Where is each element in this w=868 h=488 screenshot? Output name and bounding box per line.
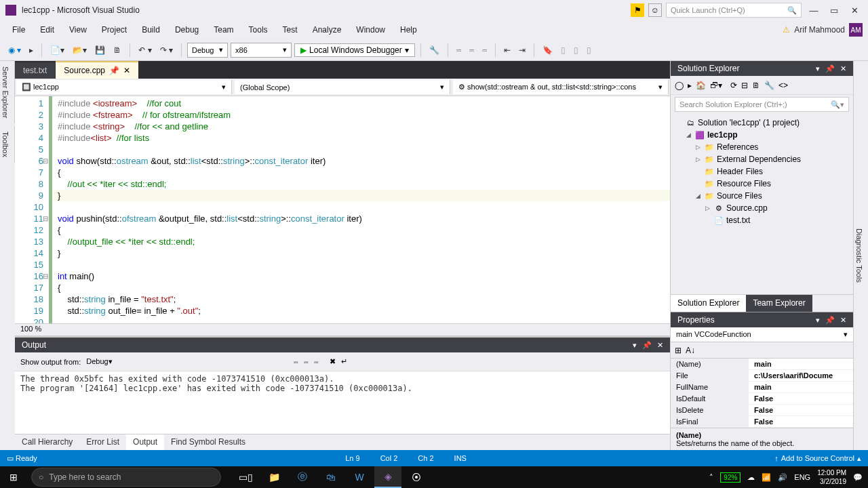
nav-back-button[interactable]: ◉ ▾ bbox=[5, 44, 24, 56]
menu-team[interactable]: Team bbox=[207, 22, 240, 37]
toolbar-icon-7[interactable]: ▯ bbox=[584, 44, 594, 56]
add-source-control-button[interactable]: ↑ Add to Source Control ▴ bbox=[774, 454, 861, 463]
nav-scope-project[interactable]: 🔲 lec1cpp▾ bbox=[16, 80, 232, 94]
se-showall-icon[interactable]: 🗎 bbox=[752, 81, 760, 90]
tray-chevron-icon[interactable]: ˄ bbox=[709, 473, 713, 482]
props-object-selector[interactable]: main VCCodeFunction▾ bbox=[671, 327, 853, 342]
quick-launch-input[interactable]: Quick Launch (Ctrl+Q) 🔍 bbox=[666, 3, 802, 18]
nav-scope-function[interactable]: ⚙ show(std::ostream & out, std::list<std… bbox=[453, 80, 669, 94]
tree-item[interactable]: 🗂Solution 'lec1cpp' (1 project) bbox=[675, 117, 849, 129]
se-props-icon[interactable]: 🔧 bbox=[764, 81, 774, 90]
notifications-flag-icon[interactable]: ⚑ bbox=[631, 3, 644, 17]
wifi-icon[interactable]: 📶 bbox=[762, 473, 771, 482]
property-row[interactable]: (Name)main bbox=[671, 359, 853, 370]
close-button[interactable]: ✕ bbox=[846, 3, 863, 17]
system-tray[interactable]: ˄ 92% ☁ 📶 🔊 ENG 12:00 PM 3/2/2019 💬 bbox=[704, 468, 868, 486]
se-back-icon[interactable]: ◯ bbox=[675, 81, 684, 90]
property-row[interactable]: Filec:\Users\aarif\Docume bbox=[671, 370, 853, 382]
menu-tools[interactable]: Tools bbox=[242, 22, 275, 37]
property-row[interactable]: IsDeleteFalse bbox=[671, 405, 853, 416]
close-icon[interactable]: ✕ bbox=[123, 66, 130, 75]
props-close-icon[interactable]: ✕ bbox=[840, 316, 846, 325]
edge-icon[interactable]: ⓔ bbox=[289, 466, 316, 488]
se-collapse-icon[interactable]: ⊟ bbox=[741, 81, 748, 90]
taskbar-search-input[interactable]: ○ Type here to search bbox=[31, 468, 221, 487]
toolbox-tab[interactable]: Toolbox bbox=[0, 126, 15, 163]
bottom-tab-error-list[interactable]: Error List bbox=[79, 434, 126, 450]
right-tab-team-explorer[interactable]: Team Explorer bbox=[746, 295, 812, 312]
vs-taskbar-icon[interactable]: ◈ bbox=[374, 466, 401, 488]
pin-icon[interactable]: 📌 bbox=[109, 66, 119, 75]
tree-item[interactable]: ▷📁External Dependencies bbox=[675, 153, 849, 165]
save-button[interactable]: 💾 bbox=[92, 44, 108, 56]
onedrive-icon[interactable]: ☁ bbox=[747, 473, 755, 482]
battery-icon[interactable]: 92% bbox=[720, 472, 741, 483]
config-dropdown[interactable]: Debug▾ bbox=[187, 43, 228, 58]
bookmark-button[interactable]: 🔖 bbox=[540, 44, 555, 56]
volume-icon[interactable]: 🔊 bbox=[778, 473, 787, 482]
toolbar-icon-6[interactable]: ▯ bbox=[571, 44, 581, 56]
code-editor[interactable]: 123456789101112131415161718192021 #inclu… bbox=[15, 96, 670, 323]
tree-item[interactable]: ◢🟪lec1cpp bbox=[675, 129, 849, 141]
word-icon[interactable]: W bbox=[346, 466, 373, 488]
props-pin-icon[interactable]: 📌 bbox=[825, 316, 835, 325]
se-home-icon[interactable]: 🏠 bbox=[696, 81, 706, 90]
panel-pin-icon[interactable]: 📌 bbox=[642, 341, 652, 350]
property-row[interactable]: IsDefaultFalse bbox=[671, 393, 853, 405]
file-tab[interactable]: Source.cpp📌✕ bbox=[56, 61, 138, 79]
tree-item[interactable]: ▷⚙Source.cpp bbox=[675, 202, 849, 214]
toolbar-icon-5[interactable]: ▯ bbox=[558, 44, 568, 56]
notifications-icon[interactable]: 💬 bbox=[853, 473, 863, 482]
props-alpha-icon[interactable]: A↓ bbox=[686, 346, 695, 355]
se-close-icon[interactable]: ✕ bbox=[840, 64, 846, 73]
panel-dropdown-icon[interactable]: ▾ bbox=[633, 341, 637, 350]
toggle-wrap-button[interactable]: ↵ bbox=[341, 357, 347, 366]
clear-output-button[interactable]: ✖ bbox=[330, 357, 336, 366]
task-view-icon[interactable]: ▭▯ bbox=[232, 466, 259, 488]
language-indicator[interactable]: ENG bbox=[794, 473, 810, 481]
menu-debug[interactable]: Debug bbox=[168, 22, 205, 37]
menu-edit[interactable]: Edit bbox=[33, 22, 61, 37]
tree-item[interactable]: 📄test.txt bbox=[675, 214, 849, 226]
se-search-input[interactable]: Search Solution Explorer (Ctrl+;) 🔍▾ bbox=[675, 97, 849, 112]
tree-item[interactable]: 📁Header Files bbox=[675, 165, 849, 178]
menu-file[interactable]: File bbox=[5, 22, 32, 37]
start-debug-button[interactable]: ▶ Local Windows Debugger ▾ bbox=[294, 43, 415, 57]
save-all-button[interactable]: 🗎 bbox=[111, 44, 124, 56]
toolbar-icon-4[interactable]: ⎓ bbox=[479, 44, 490, 56]
start-button[interactable]: ⊞ bbox=[0, 466, 27, 488]
menu-help[interactable]: Help bbox=[393, 22, 424, 37]
bottom-tab-call-hierarchy[interactable]: Call Hierarchy bbox=[15, 434, 79, 450]
file-explorer-icon[interactable]: 📁 bbox=[260, 466, 288, 488]
redo-button[interactable]: ↷ ▾ bbox=[157, 44, 176, 56]
se-preview-icon[interactable]: <> bbox=[778, 81, 788, 90]
indent-button[interactable]: ⇥ bbox=[516, 44, 528, 56]
bottom-tab-find-symbol-results[interactable]: Find Symbol Results bbox=[164, 434, 252, 450]
server-explorer-tab[interactable]: Server Explorer bbox=[0, 61, 15, 123]
panel-close-icon[interactable]: ✕ bbox=[657, 341, 663, 350]
se-sync-icon[interactable]: 🗗▾ bbox=[710, 81, 722, 90]
minimize-button[interactable]: — bbox=[806, 3, 822, 17]
feedback-icon[interactable]: ☺ bbox=[648, 3, 662, 17]
menu-view[interactable]: View bbox=[62, 22, 94, 37]
toolbar-icon-1[interactable]: 🔧 bbox=[427, 44, 442, 56]
se-fwd-icon[interactable]: ▸ bbox=[688, 81, 692, 90]
menu-window[interactable]: Window bbox=[349, 22, 392, 37]
props-dropdown-icon[interactable]: ▾ bbox=[816, 316, 820, 325]
obs-icon[interactable]: ⦿ bbox=[403, 466, 430, 488]
output-tb-icon-2[interactable]: ⎓ bbox=[304, 358, 309, 366]
taskbar-clock[interactable]: 12:00 PM 3/2/2019 bbox=[817, 468, 846, 486]
property-row[interactable]: IsFinalFalse bbox=[671, 416, 853, 428]
new-project-button[interactable]: 📄▾ bbox=[47, 44, 67, 56]
se-pin-icon[interactable]: 📌 bbox=[825, 64, 835, 73]
properties-grid[interactable]: (Name)mainFilec:\Users\aarif\DocumeFullN… bbox=[671, 359, 853, 428]
tree-item[interactable]: ▷📁References bbox=[675, 141, 849, 153]
outdent-button[interactable]: ⇤ bbox=[501, 44, 513, 56]
menu-project[interactable]: Project bbox=[95, 22, 134, 37]
bottom-tab-output[interactable]: Output bbox=[126, 434, 164, 450]
nav-fwd-button[interactable]: ▸ bbox=[26, 44, 36, 56]
tree-item[interactable]: 📁Resource Files bbox=[675, 178, 849, 190]
se-dropdown-icon[interactable]: ▾ bbox=[816, 64, 820, 73]
output-tb-icon-3[interactable]: ⎓ bbox=[314, 358, 319, 366]
output-source-dropdown[interactable]: Debug▾ bbox=[86, 357, 283, 366]
